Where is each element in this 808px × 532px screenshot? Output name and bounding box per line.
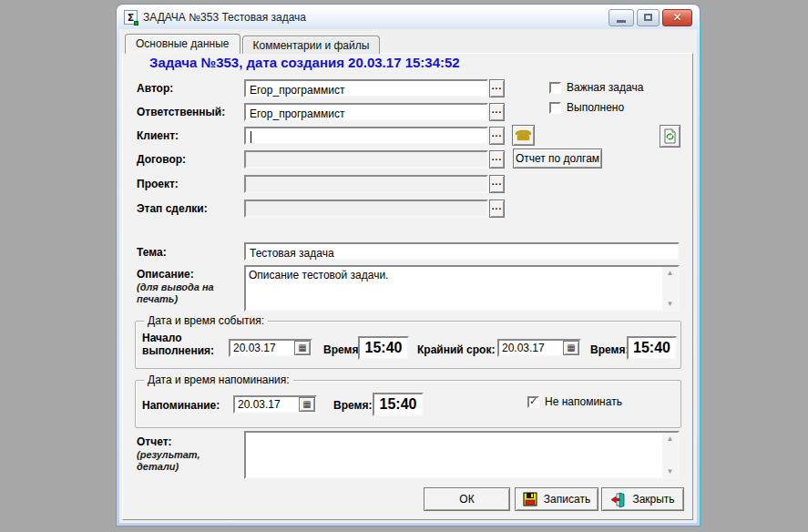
author-lookup-button[interactable]: ... <box>489 79 505 97</box>
contract-field-frame <box>244 150 488 169</box>
description-text: Описание тестовой задачи. <box>249 269 660 281</box>
refresh-button[interactable] <box>660 125 680 148</box>
calendar-icon[interactable]: ▦ <box>299 397 315 412</box>
client-input[interactable] <box>246 130 486 145</box>
calendar-icon[interactable]: ▦ <box>294 341 311 355</box>
reminder-date-field: ▦ <box>233 395 317 414</box>
report-scrollbar[interactable]: ▲ ▼ <box>662 433 678 477</box>
subject-input[interactable] <box>246 246 678 261</box>
minimize-icon <box>617 20 626 23</box>
exit-door-icon <box>610 492 626 507</box>
window-controls: ✕ <box>609 9 692 26</box>
window-title: ЗАДАЧА №353 Тестовая задача <box>143 11 306 24</box>
scroll-up-icon[interactable]: ▲ <box>662 435 678 443</box>
green-dot <box>134 21 138 26</box>
description-scrollbar[interactable]: ▲ ▼ <box>662 267 678 310</box>
responsible-field-frame <box>244 103 488 121</box>
project-label: Проект: <box>137 178 179 190</box>
reminder-date-input[interactable] <box>235 397 299 412</box>
floppy-disk-icon <box>523 492 537 506</box>
deadline-label: Крайний срок: <box>417 343 495 356</box>
no-remind-checkbox[interactable]: ✓ Не напоминать <box>527 395 622 408</box>
checkbox-box[interactable] <box>549 102 561 114</box>
scroll-down-icon[interactable]: ▼ <box>662 300 678 308</box>
scroll-up-icon[interactable]: ▲ <box>662 269 678 277</box>
done-label: Выполнено <box>567 101 624 114</box>
start-time-value[interactable]: 15:40 <box>358 336 409 360</box>
author-label: Автор: <box>137 82 173 95</box>
project-input[interactable] <box>246 179 486 193</box>
contract-input[interactable] <box>246 154 486 169</box>
maximize-icon <box>644 14 652 21</box>
reminder-label: Напоминание: <box>142 399 220 412</box>
reminder-group-title: Дата и время напоминания: <box>144 373 293 386</box>
important-task-checkbox[interactable]: Важная задача <box>549 81 643 94</box>
deadline-date-input[interactable] <box>499 341 563 355</box>
done-checkbox[interactable]: Выполнено <box>549 101 624 114</box>
tab-comments-files[interactable]: Комментарии и файлы <box>242 36 381 54</box>
contract-label: Договор: <box>137 153 186 166</box>
sigma-document-icon: Σ <box>124 10 138 25</box>
debt-report-button[interactable]: Отчет по долгам <box>513 148 602 169</box>
author-input[interactable] <box>246 83 486 97</box>
close-window-button[interactable]: ✕ <box>662 9 692 26</box>
start-date-input[interactable] <box>230 341 294 355</box>
scroll-down-icon[interactable]: ▼ <box>662 467 678 476</box>
tabstrip: Основные данные Комментарии и файлы <box>125 34 382 54</box>
deal-stage-input[interactable] <box>246 203 486 218</box>
tab-main-data[interactable]: Основные данные <box>125 34 240 54</box>
report-label: Отчет: <box>137 435 172 448</box>
call-client-button[interactable]: ☎ <box>512 125 535 146</box>
titlebar[interactable]: Σ ЗАДАЧА №353 Тестовая задача ✕ <box>118 5 698 29</box>
responsible-label: Ответственный: <box>137 106 225 118</box>
project-field-frame <box>244 175 488 193</box>
reminder-datetime-group: Дата и время напоминания: Напоминание: ▦… <box>135 380 681 428</box>
project-lookup-button[interactable]: ... <box>489 175 505 193</box>
description-textarea[interactable]: Описание тестовой задачи. ▲ ▼ <box>244 265 680 312</box>
deadline-time-value[interactable]: 15:40 <box>627 336 677 360</box>
client-field-frame <box>244 127 488 145</box>
deadline-time-label: Время: <box>590 343 629 356</box>
minimize-button[interactable] <box>609 9 634 26</box>
description-label: Описание: <box>137 268 194 281</box>
phone-icon: ☎ <box>515 128 532 144</box>
page-title: Задача №353, дата создания 20.03.17 15:3… <box>149 55 460 70</box>
refresh-document-icon <box>663 128 677 144</box>
description-note: (для вывода на печать) <box>137 281 217 305</box>
checkbox-box[interactable] <box>549 82 561 94</box>
window-edge-highlight <box>700 23 701 526</box>
responsible-lookup-button[interactable]: ... <box>489 103 505 121</box>
start-date-field: ▦ <box>229 339 312 357</box>
subject-field-frame <box>244 242 680 261</box>
maximize-button[interactable] <box>637 9 660 26</box>
responsible-input[interactable] <box>246 107 486 121</box>
close-button[interactable]: Закрыть <box>601 487 684 511</box>
close-icon: ✕ <box>672 11 681 24</box>
important-task-label: Важная задача <box>567 81 643 94</box>
deal-stage-lookup-button[interactable]: ... <box>489 200 505 218</box>
report-textarea[interactable]: ▲ ▼ <box>244 431 680 479</box>
start-time-label: Время: <box>323 343 362 356</box>
subject-label: Тема: <box>137 246 167 259</box>
reminder-time-label: Время: <box>333 399 372 412</box>
deal-stage-label: Этап сделки: <box>137 202 208 215</box>
reminder-time-value[interactable]: 15:40 <box>373 393 424 416</box>
calendar-icon[interactable]: ▦ <box>563 341 579 355</box>
no-remind-label: Не напоминать <box>545 395 622 408</box>
event-group-title: Дата и время события: <box>144 314 268 327</box>
save-button[interactable]: Записать <box>515 487 598 511</box>
author-field-frame <box>244 79 488 97</box>
task-window: Σ ЗАДАЧА №353 Тестовая задача ✕ Основные… <box>117 5 700 526</box>
contract-lookup-button[interactable]: ... <box>489 150 505 169</box>
ok-button[interactable]: ОК <box>424 487 510 511</box>
client-label: Клиент: <box>137 129 179 142</box>
save-button-label: Записать <box>544 493 590 506</box>
client-lookup-button[interactable]: ... <box>489 127 505 145</box>
event-datetime-group: Дата и время события: Начало выполнения:… <box>135 321 681 369</box>
text-cursor <box>251 131 251 143</box>
start-label: Начало выполнения: <box>142 332 217 357</box>
checkbox-box[interactable]: ✓ <box>527 396 539 408</box>
close-button-label: Закрыть <box>632 493 674 506</box>
checkmark-icon: ✓ <box>529 397 537 405</box>
deadline-date-field: ▦ <box>497 339 581 357</box>
